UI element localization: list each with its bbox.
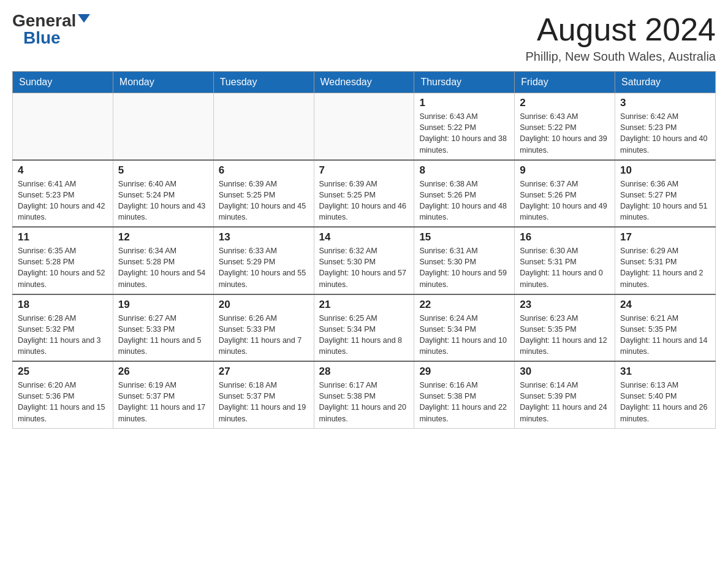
calendar-cell: 4Sunrise: 6:41 AM Sunset: 5:23 PM Daylig… — [13, 160, 113, 228]
calendar-cell — [314, 93, 414, 160]
logo-triangle-icon — [78, 14, 90, 23]
day-info: Sunrise: 6:26 AM Sunset: 5:33 PM Dayligh… — [219, 313, 309, 358]
calendar-cell: 3Sunrise: 6:42 AM Sunset: 5:23 PM Daylig… — [615, 93, 716, 160]
day-number: 2 — [520, 97, 610, 109]
day-info: Sunrise: 6:18 AM Sunset: 5:37 PM Dayligh… — [219, 380, 309, 424]
calendar-cell: 8Sunrise: 6:38 AM Sunset: 5:26 PM Daylig… — [414, 160, 515, 228]
day-number: 7 — [319, 164, 409, 177]
day-info: Sunrise: 6:28 AM Sunset: 5:32 PM Dayligh… — [18, 313, 108, 358]
calendar-cell: 26Sunrise: 6:19 AM Sunset: 5:37 PM Dayli… — [113, 361, 213, 428]
calendar-cell: 14Sunrise: 6:32 AM Sunset: 5:30 PM Dayli… — [314, 227, 414, 294]
calendar-cell: 22Sunrise: 6:24 AM Sunset: 5:34 PM Dayli… — [414, 294, 515, 362]
calendar-cell: 11Sunrise: 6:35 AM Sunset: 5:28 PM Dayli… — [13, 227, 113, 294]
day-number: 14 — [319, 231, 409, 243]
day-info: Sunrise: 6:42 AM Sunset: 5:23 PM Dayligh… — [620, 111, 710, 156]
day-number: 22 — [419, 299, 509, 311]
day-info: Sunrise: 6:16 AM Sunset: 5:38 PM Dayligh… — [419, 380, 509, 424]
day-info: Sunrise: 6:13 AM Sunset: 5:40 PM Dayligh… — [620, 380, 710, 424]
calendar-cell: 7Sunrise: 6:39 AM Sunset: 5:25 PM Daylig… — [314, 160, 414, 228]
day-number: 27 — [219, 366, 309, 378]
calendar-table: SundayMondayTuesdayWednesdayThursdayFrid… — [12, 71, 716, 429]
day-info: Sunrise: 6:19 AM Sunset: 5:37 PM Dayligh… — [118, 380, 208, 424]
calendar-cell: 28Sunrise: 6:17 AM Sunset: 5:38 PM Dayli… — [314, 361, 414, 428]
calendar-cell: 9Sunrise: 6:37 AM Sunset: 5:26 PM Daylig… — [515, 160, 615, 228]
day-number: 25 — [18, 366, 108, 378]
day-info: Sunrise: 6:40 AM Sunset: 5:24 PM Dayligh… — [118, 178, 208, 223]
day-info: Sunrise: 6:21 AM Sunset: 5:35 PM Dayligh… — [620, 313, 710, 358]
calendar-cell: 21Sunrise: 6:25 AM Sunset: 5:34 PM Dayli… — [314, 294, 414, 362]
day-info: Sunrise: 6:41 AM Sunset: 5:23 PM Dayligh… — [18, 178, 108, 223]
logo: General Blue — [12, 12, 90, 47]
calendar-cell: 16Sunrise: 6:30 AM Sunset: 5:31 PM Dayli… — [515, 227, 615, 294]
calendar-cell: 1Sunrise: 6:43 AM Sunset: 5:22 PM Daylig… — [414, 93, 515, 160]
day-info: Sunrise: 6:43 AM Sunset: 5:22 PM Dayligh… — [520, 111, 610, 156]
week-row-4: 18Sunrise: 6:28 AM Sunset: 5:32 PM Dayli… — [13, 294, 716, 362]
day-number: 26 — [118, 366, 208, 378]
day-info: Sunrise: 6:37 AM Sunset: 5:26 PM Dayligh… — [520, 178, 610, 223]
day-number: 29 — [419, 366, 509, 378]
calendar-cell: 24Sunrise: 6:21 AM Sunset: 5:35 PM Dayli… — [615, 294, 716, 362]
weekday-header-row: SundayMondayTuesdayWednesdayThursdayFrid… — [13, 72, 716, 93]
calendar-cell: 20Sunrise: 6:26 AM Sunset: 5:33 PM Dayli… — [213, 294, 314, 362]
logo-general-text: General — [12, 12, 76, 29]
calendar-cell: 17Sunrise: 6:29 AM Sunset: 5:31 PM Dayli… — [615, 227, 716, 294]
calendar-cell: 30Sunrise: 6:14 AM Sunset: 5:39 PM Dayli… — [515, 361, 615, 428]
day-number: 28 — [319, 366, 409, 378]
calendar-cell: 10Sunrise: 6:36 AM Sunset: 5:27 PM Dayli… — [615, 160, 716, 228]
calendar-cell: 27Sunrise: 6:18 AM Sunset: 5:37 PM Dayli… — [213, 361, 314, 428]
day-number: 16 — [520, 231, 610, 243]
day-number: 17 — [620, 231, 710, 243]
day-number: 15 — [419, 231, 509, 243]
day-info: Sunrise: 6:33 AM Sunset: 5:29 PM Dayligh… — [219, 245, 309, 290]
calendar-cell: 12Sunrise: 6:34 AM Sunset: 5:28 PM Dayli… — [113, 227, 213, 294]
day-number: 8 — [419, 164, 509, 177]
day-info: Sunrise: 6:25 AM Sunset: 5:34 PM Dayligh… — [319, 313, 409, 358]
weekday-header-wednesday: Wednesday — [314, 72, 414, 93]
day-number: 3 — [620, 97, 710, 109]
day-info: Sunrise: 6:39 AM Sunset: 5:25 PM Dayligh… — [319, 178, 409, 223]
day-info: Sunrise: 6:43 AM Sunset: 5:22 PM Dayligh… — [419, 111, 509, 156]
day-info: Sunrise: 6:32 AM Sunset: 5:30 PM Dayligh… — [319, 245, 409, 290]
day-number: 5 — [118, 164, 208, 177]
day-info: Sunrise: 6:35 AM Sunset: 5:28 PM Dayligh… — [18, 245, 108, 290]
calendar-cell: 29Sunrise: 6:16 AM Sunset: 5:38 PM Dayli… — [414, 361, 515, 428]
day-number: 18 — [18, 299, 108, 311]
calendar-cell: 25Sunrise: 6:20 AM Sunset: 5:36 PM Dayli… — [13, 361, 113, 428]
weekday-header-thursday: Thursday — [414, 72, 515, 93]
day-info: Sunrise: 6:20 AM Sunset: 5:36 PM Dayligh… — [18, 380, 108, 424]
weekday-header-friday: Friday — [515, 72, 615, 93]
day-number: 13 — [219, 231, 309, 243]
calendar-cell — [213, 93, 314, 160]
weekday-header-tuesday: Tuesday — [213, 72, 314, 93]
weekday-header-sunday: Sunday — [13, 72, 113, 93]
day-info: Sunrise: 6:36 AM Sunset: 5:27 PM Dayligh… — [620, 178, 710, 223]
day-info: Sunrise: 6:29 AM Sunset: 5:31 PM Dayligh… — [620, 245, 710, 290]
title-block: August 2024 Phillip, New South Wales, Au… — [525, 12, 716, 64]
day-info: Sunrise: 6:31 AM Sunset: 5:30 PM Dayligh… — [419, 245, 509, 290]
calendar-cell: 13Sunrise: 6:33 AM Sunset: 5:29 PM Dayli… — [213, 227, 314, 294]
day-number: 9 — [520, 164, 610, 177]
calendar-cell: 6Sunrise: 6:39 AM Sunset: 5:25 PM Daylig… — [213, 160, 314, 228]
calendar-cell — [113, 93, 213, 160]
day-info: Sunrise: 6:39 AM Sunset: 5:25 PM Dayligh… — [219, 178, 309, 223]
week-row-2: 4Sunrise: 6:41 AM Sunset: 5:23 PM Daylig… — [13, 160, 716, 228]
calendar-cell: 5Sunrise: 6:40 AM Sunset: 5:24 PM Daylig… — [113, 160, 213, 228]
week-row-1: 1Sunrise: 6:43 AM Sunset: 5:22 PM Daylig… — [13, 93, 716, 160]
day-info: Sunrise: 6:24 AM Sunset: 5:34 PM Dayligh… — [419, 313, 509, 358]
day-number: 1 — [419, 97, 509, 109]
day-number: 31 — [620, 366, 710, 378]
calendar-cell: 15Sunrise: 6:31 AM Sunset: 5:30 PM Dayli… — [414, 227, 515, 294]
calendar-cell — [13, 93, 113, 160]
day-info: Sunrise: 6:14 AM Sunset: 5:39 PM Dayligh… — [520, 380, 610, 424]
day-info: Sunrise: 6:27 AM Sunset: 5:33 PM Dayligh… — [118, 313, 208, 358]
day-info: Sunrise: 6:34 AM Sunset: 5:28 PM Dayligh… — [118, 245, 208, 290]
calendar-cell: 18Sunrise: 6:28 AM Sunset: 5:32 PM Dayli… — [13, 294, 113, 362]
calendar-cell: 31Sunrise: 6:13 AM Sunset: 5:40 PM Dayli… — [615, 361, 716, 428]
day-info: Sunrise: 6:30 AM Sunset: 5:31 PM Dayligh… — [520, 245, 610, 290]
day-info: Sunrise: 6:38 AM Sunset: 5:26 PM Dayligh… — [419, 178, 509, 223]
day-number: 30 — [520, 366, 610, 378]
day-number: 6 — [219, 164, 309, 177]
location-subtitle: Phillip, New South Wales, Australia — [525, 50, 716, 64]
weekday-header-saturday: Saturday — [615, 72, 716, 93]
day-number: 4 — [18, 164, 108, 177]
